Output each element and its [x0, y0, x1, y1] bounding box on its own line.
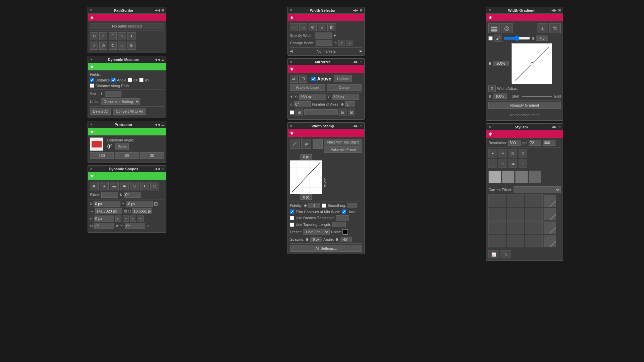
effect-slot-3[interactable]	[525, 194, 543, 207]
tool-btn-7[interactable]: ⊙	[99, 42, 107, 50]
effect-slot-10[interactable]	[488, 235, 506, 247]
shape-rect[interactable]: ▬	[110, 182, 119, 190]
wg-lines-icon[interactable]	[488, 23, 500, 33]
trim-contours-checkbox[interactable]	[290, 209, 294, 214]
menu-icon-wg[interactable]: ≡	[558, 8, 561, 13]
angle-30-button[interactable]: 30	[140, 152, 164, 159]
menu-icon-dm[interactable]: ≡	[161, 57, 164, 62]
angle-checkbox[interactable]	[111, 78, 116, 82]
resolution-input[interactable]	[508, 140, 521, 146]
smoothing-input[interactable]	[347, 203, 357, 208]
menu-icon[interactable]: ≡	[161, 8, 164, 13]
sty-icon-5[interactable]: ⋯	[488, 159, 497, 168]
menu-icon-proto[interactable]: ≡	[161, 122, 164, 127]
update-button[interactable]: Update	[334, 75, 352, 82]
use-dashes-checkbox[interactable]	[290, 216, 294, 220]
mm-icon3[interactable]: ⊠	[348, 109, 355, 116]
collapse-icon-ds[interactable]: ◀◀	[155, 167, 160, 171]
wst-tool-2[interactable]: ⇄	[301, 139, 311, 149]
sty-icon-6[interactable]: △	[498, 159, 507, 168]
sty-icon-3[interactable]: ◎	[508, 149, 517, 158]
dy-checkbox[interactable]	[139, 78, 144, 82]
y-input-mm[interactable]	[332, 94, 359, 100]
ws-tool-1[interactable]: ⋯	[290, 23, 298, 31]
angle-150-button[interactable]: 150	[90, 152, 114, 159]
close-icon-ws[interactable]: ✕	[290, 8, 292, 12]
menu-icon-wst[interactable]: ≡	[360, 124, 362, 128]
use-tapering-checkbox[interactable]	[290, 223, 294, 227]
shape-ellipse[interactable]: ⬬	[120, 182, 129, 190]
close-icon-wst[interactable]: ✕	[290, 124, 292, 128]
angle-input-mm[interactable]	[294, 101, 311, 107]
dx-checkbox[interactable]	[128, 78, 132, 82]
convert-all-button[interactable]: Convert All to Art	[113, 108, 146, 115]
collapse-icon-dm[interactable]: ◀◀	[155, 58, 160, 61]
ws-tool-4[interactable]: ⊞	[318, 23, 326, 31]
mm-tool-2[interactable]: ⊡	[299, 75, 307, 83]
axes-input-mm[interactable]	[345, 101, 355, 107]
effect-slot-slash-3[interactable]	[543, 221, 556, 234]
menu-icon-ws[interactable]: ≡	[360, 8, 362, 13]
effect-slot-11[interactable]	[507, 235, 525, 247]
reapply-gradient-button[interactable]: Reapply Gradient	[488, 102, 561, 109]
length-input[interactable]	[332, 222, 346, 227]
fidelity-input[interactable]	[308, 203, 320, 208]
fidelity-stepper[interactable]: ⊕	[304, 203, 307, 208]
effect-slot-5[interactable]	[507, 208, 525, 221]
apply-to-layer-button[interactable]: Apply to Layer	[290, 84, 325, 91]
rotation-input[interactable]	[124, 192, 141, 198]
preset-select[interactable]: Half Grid	[303, 229, 330, 235]
color-box-2[interactable]	[502, 171, 515, 183]
wg-stepper2[interactable]: ⊕	[488, 61, 491, 66]
x-input-mm[interactable]	[299, 94, 326, 100]
sty-expand-icon[interactable]: ⤡	[500, 250, 511, 258]
ws-tool-2[interactable]: ⌓	[299, 23, 307, 31]
angle-input2[interactable]	[340, 237, 352, 242]
wg-stepper3[interactable]: ⊕	[488, 94, 491, 99]
wg-circle-icon[interactable]: ◎	[501, 23, 513, 33]
shape-square[interactable]: ■	[90, 182, 99, 190]
ppi-input3[interactable]	[543, 140, 555, 146]
make-top-object-button[interactable]: Make with Top Object	[324, 139, 362, 145]
change-width-apply[interactable]: +	[338, 40, 345, 46]
grid-icon[interactable]: ⊞	[154, 201, 158, 206]
prev-marker[interactable]: ◀	[290, 49, 292, 53]
wg-value-input[interactable]	[536, 36, 548, 41]
shape-star[interactable]: ★	[140, 182, 149, 190]
effect-slot-4[interactable]	[488, 208, 506, 221]
link-icon[interactable]: ⛓	[123, 209, 127, 213]
threshold-input[interactable]	[336, 215, 349, 221]
collapse-icon-ws[interactable]: ◀▶	[353, 8, 358, 12]
units-select[interactable]: Document Setting	[101, 98, 140, 105]
close-icon[interactable]: ✕	[90, 8, 93, 12]
axes-stepper[interactable]: ⊕	[341, 102, 344, 107]
effect-slot-2[interactable]	[507, 194, 525, 207]
wg-width-adjust-icon[interactable]: ⇕	[488, 85, 496, 92]
effect-slot-slash-1[interactable]	[543, 194, 556, 207]
color-box-4[interactable]	[529, 171, 541, 183]
ws-tool-3[interactable]: ⊛	[309, 23, 317, 31]
corner-input-ds[interactable]	[94, 216, 114, 222]
distance-checkbox[interactable]	[90, 78, 94, 82]
delete-all-button[interactable]: Delete All	[90, 108, 111, 115]
wg-checkbox[interactable]	[488, 36, 493, 41]
wg-percent-icon[interactable]: %	[549, 23, 561, 33]
effect-slot-7[interactable]	[488, 221, 506, 234]
collapse-icon-mm[interactable]: ◀▶	[353, 60, 358, 64]
y-input-ds[interactable]	[126, 201, 153, 207]
color-box-3[interactable]	[515, 171, 528, 183]
collapse-icon-proto[interactable]: ◀◀	[155, 123, 160, 126]
corner-btn-3[interactable]: ⌐	[130, 216, 136, 222]
wst-tool-1[interactable]: 🖊	[290, 139, 300, 149]
sides-input[interactable]	[101, 192, 118, 198]
close-icon-mm[interactable]: ✕	[290, 60, 292, 64]
scale-input[interactable]	[105, 91, 121, 97]
x-input-ds[interactable]	[94, 201, 120, 207]
shape-hexagon[interactable]: ⬡	[130, 182, 139, 190]
tool-btn-10[interactable]: ⚙	[127, 42, 136, 50]
tool-btn-3[interactable]: ⌒	[109, 32, 117, 40]
effect-slot-12[interactable]	[525, 235, 543, 247]
angle-90-button[interactable]: 90	[115, 152, 139, 159]
wst-tool-3[interactable]	[313, 139, 323, 149]
tool-btn-8[interactable]: ⥁	[109, 42, 117, 50]
